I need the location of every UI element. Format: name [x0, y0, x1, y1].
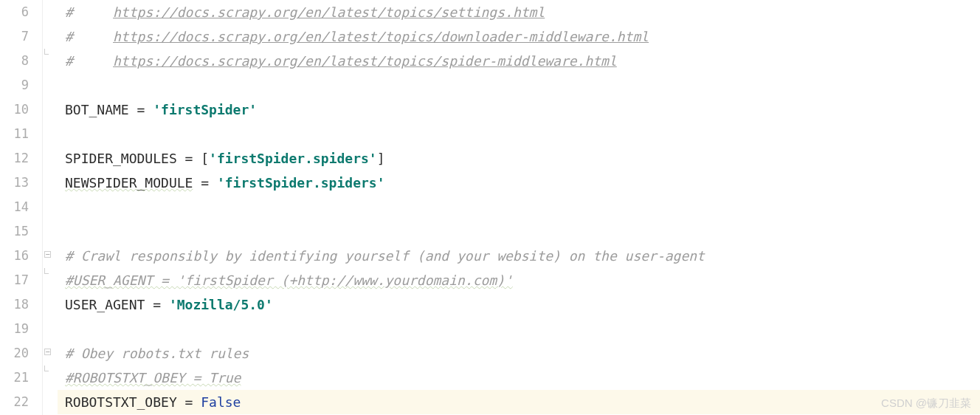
line-number: 14	[0, 195, 29, 219]
line-number: 15	[0, 219, 29, 244]
code-line[interactable]	[65, 122, 980, 146]
token: #ROBOTSTXT_OBEY = True	[65, 370, 241, 385]
token: 'firstSpider.spiders'	[209, 151, 377, 166]
code-line[interactable]: # https://docs.scrapy.org/en/latest/topi…	[65, 49, 980, 73]
fold-row	[43, 268, 58, 292]
fold-column[interactable]: −−	[43, 0, 58, 415]
line-number: 19	[0, 317, 29, 341]
token: ]	[377, 151, 385, 166]
line-number: 12	[0, 146, 29, 171]
token: # Obey robots.txt rules	[65, 346, 249, 361]
code-line[interactable]: #ROBOTSTXT_OBEY = True	[65, 366, 980, 390]
line-number: 8	[0, 49, 29, 73]
token: USER_AGENT	[65, 297, 145, 312]
token: =	[145, 297, 169, 312]
token: #	[65, 29, 113, 44]
token: 'firstSpider'	[153, 102, 257, 117]
code-editor[interactable]: 678910111213141516171819202122 −− # http…	[0, 0, 980, 415]
code-line[interactable]: #USER_AGENT = 'firstSpider (+http://www.…	[65, 268, 980, 292]
line-number: 13	[0, 171, 29, 195]
line-number: 11	[0, 122, 29, 146]
line-number: 21	[0, 366, 29, 390]
fold-row	[43, 317, 58, 341]
code-line[interactable]	[65, 73, 980, 97]
token: https://docs.scrapy.org/en/latest/topics…	[113, 53, 617, 69]
code-area[interactable]: # https://docs.scrapy.org/en/latest/topi…	[58, 0, 980, 415]
token: 'Mozilla/5.0'	[169, 297, 273, 312]
code-line[interactable]: ROBOTSTXT_OBEY = False	[65, 390, 980, 414]
token: BOT_NAME	[65, 102, 129, 117]
line-number: 6	[0, 0, 29, 24]
fold-row	[43, 366, 58, 390]
token: =	[177, 151, 201, 166]
fold-row	[43, 122, 58, 146]
token: https://docs.scrapy.org/en/latest/topics…	[113, 29, 649, 44]
line-number: 9	[0, 73, 29, 97]
token: #	[65, 4, 113, 20]
fold-row	[43, 24, 58, 49]
code-line[interactable]: USER_AGENT = 'Mozilla/5.0'	[65, 292, 980, 317]
fold-row: −	[43, 244, 58, 268]
code-line[interactable]	[65, 219, 980, 244]
code-line[interactable]	[65, 317, 980, 341]
line-number: 20	[0, 341, 29, 366]
token: =	[193, 175, 217, 191]
line-number: 17	[0, 268, 29, 292]
token: # Crawl responsibly by identifying yours…	[65, 248, 705, 264]
line-number: 7	[0, 24, 29, 49]
token: https://docs.scrapy.org/en/latest/topics…	[113, 4, 545, 20]
token: =	[129, 102, 153, 117]
fold-end-icon	[44, 49, 49, 55]
line-number: 10	[0, 97, 29, 122]
watermark: CSDN @镰刀韭菜	[881, 397, 971, 411]
token: #	[65, 53, 113, 69]
fold-row	[43, 146, 58, 171]
line-number: 16	[0, 244, 29, 268]
fold-start-icon[interactable]: −	[44, 251, 51, 258]
code-line[interactable]: # Crawl responsibly by identifying yours…	[65, 244, 980, 268]
line-number: 22	[0, 390, 29, 414]
fold-row	[43, 0, 58, 24]
code-line[interactable]: # https://docs.scrapy.org/en/latest/topi…	[65, 0, 980, 24]
fold-row	[43, 97, 58, 122]
code-line[interactable]: NEWSPIDER_MODULE = 'firstSpider.spiders'	[65, 171, 980, 195]
token: False	[201, 394, 241, 410]
code-line[interactable]: SPIDER_MODULES = ['firstSpider.spiders']	[65, 146, 980, 171]
fold-end-icon	[44, 268, 49, 274]
token: 'firstSpider.spiders'	[217, 175, 385, 191]
token: NEWSPIDER_MODULE	[65, 175, 193, 191]
code-line[interactable]	[65, 195, 980, 219]
fold-row	[43, 219, 58, 244]
fold-row: −	[43, 341, 58, 366]
code-line[interactable]: # Obey robots.txt rules	[65, 341, 980, 366]
token: SPIDER_MODULES	[65, 151, 177, 166]
code-line[interactable]: # https://docs.scrapy.org/en/latest/topi…	[65, 24, 980, 49]
fold-start-icon[interactable]: −	[44, 349, 51, 355]
fold-row	[43, 73, 58, 97]
fold-row	[43, 195, 58, 219]
token: #USER_AGENT = 'firstSpider (+http://www.…	[65, 272, 513, 288]
fold-row	[43, 292, 58, 317]
fold-row	[43, 49, 58, 73]
token: [	[201, 151, 209, 166]
line-number: 18	[0, 292, 29, 317]
token: =	[177, 394, 201, 410]
fold-row	[43, 171, 58, 195]
fold-row	[43, 390, 58, 414]
code-line[interactable]: BOT_NAME = 'firstSpider'	[65, 97, 980, 122]
fold-end-icon	[44, 366, 49, 371]
token: ROBOTSTXT_OBEY	[65, 394, 177, 410]
line-number-gutter: 678910111213141516171819202122	[0, 0, 43, 415]
